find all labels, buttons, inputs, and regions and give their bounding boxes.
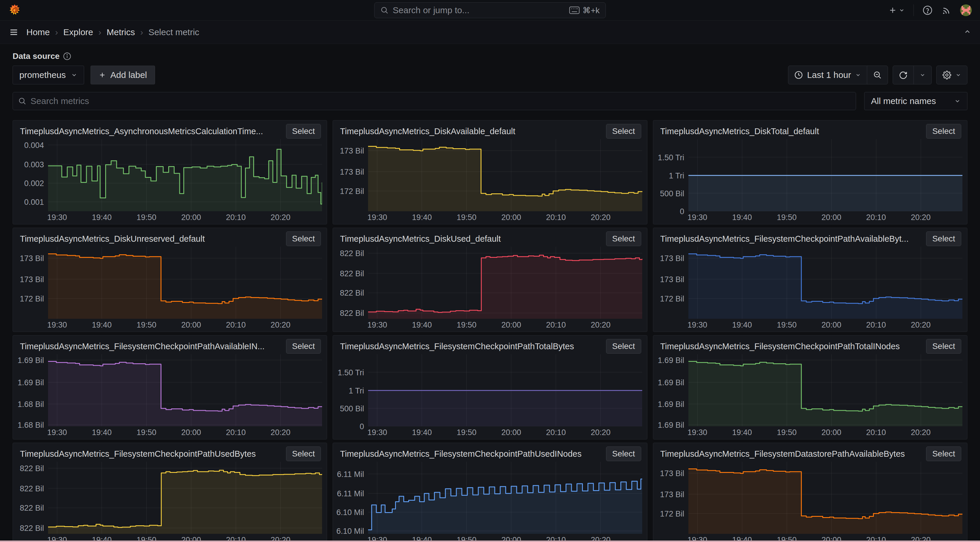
time-range-picker[interactable]: Last 1 hour [788,66,867,84]
metric-panel: TimeplusdAsyncMetrics_FilesystemCheckpoi… [13,335,327,439]
x-axis-tick-label: 20:20 [591,321,611,330]
breadcrumb-item-metrics[interactable]: Metrics [107,27,135,37]
time-series-chart [48,139,322,211]
x-axis-tick-label: 19:30 [367,428,387,437]
panel-title: TimeplusdAsyncMetrics_FilesystemCheckpoi… [20,449,282,459]
select-button[interactable]: Select [606,232,641,246]
chart-area: 1.69 Bil1.69 Bil1.69 Bil1.69 Bil [653,354,967,426]
x-axis-tick-label: 19:30 [47,428,67,437]
add-label-button[interactable]: Add label [91,66,155,84]
x-axis-tick-label: 20:10 [546,428,566,437]
data-source-picker[interactable]: prometheus [13,66,84,84]
x-axis-tick-label: 19:40 [412,428,432,437]
time-series-chart [48,247,322,319]
breadcrumb-item-explore[interactable]: Explore [63,27,93,37]
news-button[interactable] [941,5,951,15]
chart-area: 1.50 Tri1 Tri500 Bil0 [333,354,647,426]
x-axis-tick-label: 20:20 [591,428,611,437]
select-button[interactable]: Select [286,124,321,138]
grafana-logo[interactable] [8,4,21,17]
select-button[interactable]: Select [926,339,961,354]
zoom-out-button[interactable] [867,66,888,84]
gear-icon [942,71,951,79]
y-axis-tick-label: 173 Bil [660,254,684,263]
y-axis-labels: 1.69 Bil1.69 Bil1.68 Bil1.68 Bil [13,354,48,426]
y-axis-labels: 173 Bil173 Bil172 Bil [653,462,689,534]
y-axis-tick-label: 1.69 Bil [658,400,684,409]
x-axis-tick-label: 20:00 [821,213,842,222]
chevron-down-icon [71,72,77,78]
help-button[interactable] [923,5,932,15]
search-icon [18,97,26,105]
panel-title: TimeplusdAsyncMetrics_FilesystemCheckpoi… [660,342,922,351]
time-series-chart [689,139,963,211]
breadcrumb-separator: › [55,27,58,37]
x-axis-tick-label: 20:20 [270,321,290,330]
select-button[interactable]: Select [606,447,641,461]
panel-header: TimeplusdAsyncMetrics_DiskUsed_defaultSe… [333,228,647,247]
info-icon[interactable] [63,52,71,60]
x-axis-tick-label: 20:10 [226,213,246,222]
top-search-placeholder: Search or jump to... [393,5,469,15]
x-axis-tick-label: 19:50 [777,321,797,330]
time-controls: Last 1 hour [788,66,967,84]
settings-group [936,66,967,84]
panel-header: TimeplusdAsyncMetrics_FilesystemCheckpoi… [653,335,967,354]
chart-area: 1.50 Tri1 Tri500 Bil0 [653,139,967,211]
y-axis-tick-label: 822 Bil [20,524,44,533]
chart-area: 173 Bil173 Bil172 Bil [333,139,647,211]
y-axis-tick-label: 822 Bil [340,309,364,318]
data-source-value: prometheus [19,70,66,80]
x-axis-tick-label: 19:40 [732,321,752,330]
select-button[interactable]: Select [286,447,321,461]
panel-header: TimeplusdAsyncMetrics_FilesystemDatastor… [653,443,967,462]
panel-title: TimeplusdAsyncMetrics_DiskAvailable_defa… [340,127,601,136]
metrics-search-input[interactable]: Search metrics [13,92,856,110]
x-axis-tick-label: 20:10 [226,428,246,437]
x-axis-tick-label: 20:00 [821,321,842,330]
x-axis-labels: 19:3019:4019:5020:0020:1020:20 [689,211,963,224]
avatar[interactable] [960,5,972,16]
top-search-bar[interactable]: Search or jump to... ⌘+k [374,2,606,18]
select-button[interactable]: Select [606,339,641,354]
collapse-toolbar-button[interactable] [964,28,971,37]
y-axis-tick-label: 822 Bil [340,249,364,258]
metric-panel: TimeplusdAsyncMetrics_AsynchronousMetric… [13,120,327,224]
chevron-up-icon [964,28,971,35]
select-button[interactable]: Select [286,232,321,246]
select-button[interactable]: Select [926,232,961,246]
select-button[interactable]: Select [926,124,961,138]
add-new-button[interactable] [888,6,905,15]
metric-panel: TimeplusdAsyncMetrics_DiskAvailable_defa… [332,120,647,224]
select-button[interactable]: Select [606,124,641,138]
panel-header: TimeplusdAsyncMetrics_FilesystemCheckpoi… [333,443,647,462]
x-axis-tick-label: 19:50 [457,321,477,330]
panel-title: TimeplusdAsyncMetrics_AsynchronousMetric… [20,127,282,136]
time-picker-group: Last 1 hour [788,66,888,84]
y-axis-tick-label: 6.10 Mil [336,508,364,517]
panels-grid: TimeplusdAsyncMetrics_AsynchronousMetric… [13,120,967,542]
breadcrumb-bar: Home›Explore›Metrics›Select metric [0,21,980,44]
menu-toggle-button[interactable] [9,27,19,37]
refresh-button[interactable] [893,66,913,84]
plus-icon [99,71,106,79]
x-axis-tick-label: 19:30 [367,321,387,330]
metric-names-filter[interactable]: All metric names [864,92,967,110]
breadcrumb-item-home[interactable]: Home [26,27,50,37]
top-actions [888,5,972,16]
select-button[interactable]: Select [286,339,321,354]
metric-panel: TimeplusdAsyncMetrics_DiskUsed_defaultSe… [332,227,647,332]
x-axis-tick-label: 20:20 [911,213,931,222]
panel-header: TimeplusdAsyncMetrics_FilesystemCheckpoi… [13,335,327,354]
x-axis-tick-label: 19:50 [137,428,156,437]
main-content: Data source prometheus Add label [0,52,980,542]
x-axis-tick-label: 20:00 [181,321,201,330]
panel-title: TimeplusdAsyncMetrics_FilesystemDatastor… [660,449,922,459]
refresh-icon [899,71,908,79]
settings-button[interactable] [937,66,967,84]
y-axis-tick-label: 6.11 Mil [337,489,364,498]
x-axis-labels: 19:3019:4019:5020:0020:1020:20 [368,426,642,439]
select-button[interactable]: Select [926,447,961,461]
x-axis-tick-label: 19:50 [457,213,477,222]
refresh-interval-dropdown[interactable] [913,66,931,84]
